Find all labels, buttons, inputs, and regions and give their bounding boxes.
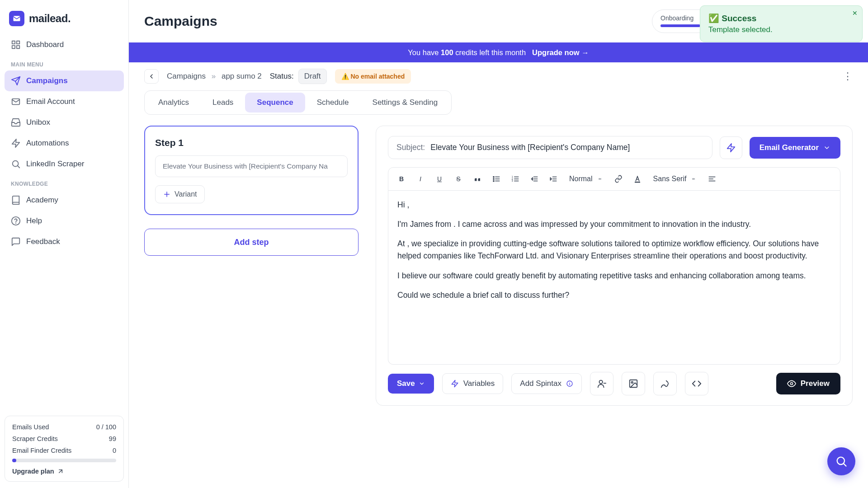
- mail-icon: [11, 97, 21, 107]
- page-title: Campaigns: [144, 14, 217, 29]
- add-step-button[interactable]: Add step: [144, 229, 359, 256]
- bold-button[interactable]: B: [395, 172, 408, 186]
- sidebar-item-label: Campaigns: [26, 76, 68, 85]
- zap-icon: [11, 138, 21, 148]
- add-spintax-button[interactable]: Add Spintax: [511, 373, 582, 394]
- bolt-icon: [726, 143, 736, 153]
- quote-button[interactable]: [471, 172, 484, 186]
- sidebar-item-campaigns[interactable]: Campaigns: [5, 70, 124, 91]
- chevron-down-icon: [823, 144, 830, 151]
- editor-toolbar: B I U S 123: [388, 167, 840, 191]
- onboarding-label: Onboarding: [660, 14, 693, 22]
- sidebar-item-unibox[interactable]: Unibox: [5, 112, 124, 133]
- email-generator-button[interactable]: Email Generator: [750, 137, 840, 159]
- unsubscribe-button[interactable]: [590, 372, 613, 395]
- heading-select[interactable]: Normal: [566, 173, 606, 185]
- align-button[interactable]: [705, 172, 719, 186]
- sidebar-item-label: Help: [26, 216, 42, 225]
- align-left-icon: [708, 175, 716, 183]
- breadcrumb-row: Campaigns » app sumo 2 Status: Draft ⚠️ …: [129, 62, 868, 90]
- brand-logo[interactable]: mailead.: [5, 8, 124, 34]
- body-line: Hi ,: [397, 199, 831, 211]
- tab-analytics[interactable]: Analytics: [146, 93, 201, 113]
- upgrade-plan-link[interactable]: Upgrade plan: [12, 468, 116, 475]
- sidebar-item-automations[interactable]: Automations: [5, 133, 124, 154]
- book-icon: [11, 195, 21, 205]
- indent-icon: [549, 175, 557, 183]
- svg-rect-15: [635, 182, 640, 183]
- ai-suggest-button[interactable]: [720, 136, 742, 159]
- sidebar-item-help[interactable]: Help: [5, 211, 124, 231]
- email-body[interactable]: Hi , I'm James from . I came across and …: [388, 191, 840, 365]
- plus-icon: [163, 190, 171, 198]
- credit-row: Emails Used0 / 100: [12, 423, 116, 431]
- quote-icon: [473, 175, 481, 183]
- outdent-button[interactable]: [528, 172, 541, 186]
- svg-point-8: [16, 223, 16, 223]
- back-button[interactable]: [144, 69, 159, 84]
- svg-point-9: [493, 176, 494, 177]
- sidebar-item-email-account[interactable]: Email Account: [5, 91, 124, 112]
- ordered-list-button[interactable]: 123: [509, 172, 522, 186]
- svg-rect-4: [17, 46, 19, 48]
- bullet-list-button[interactable]: [490, 172, 503, 186]
- grid-icon: [11, 40, 21, 50]
- italic-button[interactable]: I: [414, 172, 427, 186]
- more-menu-button[interactable]: ⋮: [843, 70, 853, 82]
- message-icon: [11, 237, 21, 247]
- text-color-button[interactable]: [631, 172, 644, 186]
- tab-sequence[interactable]: Sequence: [245, 93, 305, 113]
- underline-button[interactable]: U: [433, 172, 446, 186]
- body-line: At , we specialize in providing cutting-…: [397, 238, 831, 262]
- breadcrumb-root[interactable]: Campaigns: [167, 72, 206, 80]
- tab-leads[interactable]: Leads: [201, 93, 245, 113]
- chevron-down-icon: [419, 380, 425, 387]
- variables-button[interactable]: Variables: [442, 373, 504, 394]
- sidebar-item-academy[interactable]: Academy: [5, 190, 124, 211]
- subject-field[interactable]: Subject: Elevate Your Business with [Rec…: [388, 136, 712, 159]
- font-select[interactable]: Sans Serif: [650, 173, 700, 185]
- sidebar: mailead. Dashboard MAIN MENU Campaigns E…: [0, 0, 129, 488]
- signature-button[interactable]: [653, 372, 677, 395]
- step-card[interactable]: Step 1 Elevate Your Business with [Recip…: [144, 126, 359, 215]
- search-icon: [835, 455, 848, 468]
- svg-rect-2: [17, 41, 19, 44]
- email-editor: Subject: Elevate Your Business with [Rec…: [376, 126, 853, 406]
- breadcrumb-current: app sumo 2: [222, 72, 262, 80]
- sidebar-item-dashboard[interactable]: Dashboard: [5, 34, 124, 55]
- sidebar-section-knowledge: KNOWLEDGE: [5, 174, 124, 190]
- indent-button[interactable]: [547, 172, 560, 186]
- credits-progress-bar: [12, 459, 116, 462]
- step-subject-preview[interactable]: Elevate Your Business with [Recipient's …: [155, 155, 348, 177]
- logo-mark-icon: [9, 11, 24, 26]
- svg-rect-3: [12, 46, 15, 48]
- eye-icon: [787, 379, 796, 388]
- sidebar-item-label: Academy: [26, 196, 58, 205]
- strike-button[interactable]: S: [452, 172, 465, 186]
- html-button[interactable]: [685, 372, 708, 395]
- support-fab[interactable]: [827, 447, 855, 475]
- list-icon: [492, 175, 500, 183]
- main: Campaigns Onboarding You have 100 credit…: [129, 0, 868, 488]
- preview-button[interactable]: Preview: [776, 373, 840, 394]
- success-toast: ✕ ✅ Success Template selected.: [700, 5, 863, 42]
- sidebar-section-main: MAIN MENU: [5, 55, 124, 70]
- sidebar-item-linkedin-scraper[interactable]: LinkedIn Scraper: [5, 154, 124, 174]
- tab-schedule[interactable]: Schedule: [305, 93, 361, 113]
- tab-settings-sending[interactable]: Settings & Sending: [361, 93, 450, 113]
- no-email-warning[interactable]: ⚠️ No email attached: [335, 69, 411, 84]
- credit-row: Scraper Credits99: [12, 435, 116, 442]
- status-label: Status:: [270, 72, 294, 81]
- search-icon: [11, 159, 21, 169]
- link-button[interactable]: [612, 172, 625, 186]
- image-icon: [628, 379, 638, 389]
- sidebar-item-feedback[interactable]: Feedback: [5, 231, 124, 252]
- pen-icon: [660, 379, 670, 389]
- insert-image-button[interactable]: [622, 372, 645, 395]
- add-variant-button[interactable]: Variant: [155, 185, 205, 203]
- save-button[interactable]: Save: [388, 374, 434, 394]
- toast-close-button[interactable]: ✕: [852, 9, 858, 17]
- status-value[interactable]: Draft: [298, 69, 327, 84]
- ordered-list-icon: 123: [511, 175, 519, 183]
- upgrade-now-link[interactable]: Upgrade now →: [532, 48, 589, 57]
